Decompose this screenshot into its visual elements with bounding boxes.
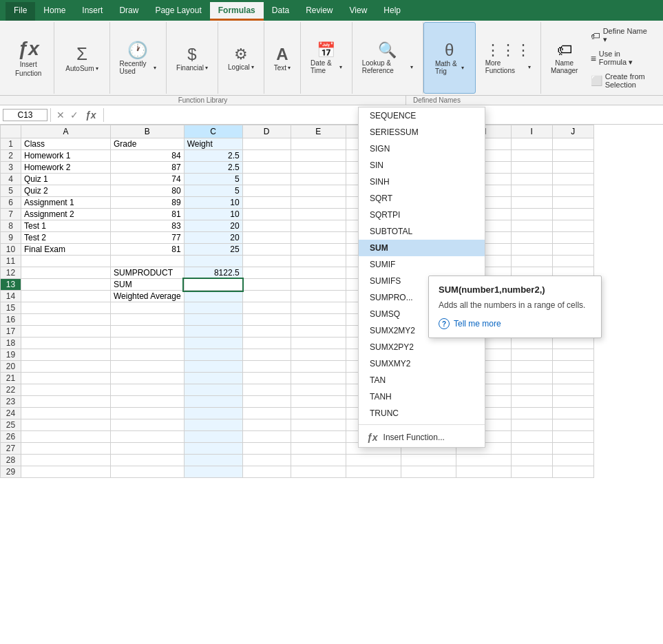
cell-C10[interactable]: 25	[184, 244, 242, 256]
cell-A15[interactable]	[21, 302, 111, 314]
cell-A17[interactable]	[21, 326, 111, 337]
cell-C26[interactable]	[184, 431, 242, 443]
cell-E4[interactable]	[291, 174, 346, 185]
row-number[interactable]: 4	[1, 174, 21, 185]
row-number[interactable]: 23	[1, 396, 21, 408]
cell-C24[interactable]	[184, 408, 242, 419]
row-number[interactable]: 22	[1, 384, 21, 396]
row-number[interactable]: 6	[1, 197, 21, 209]
tab-page-layout[interactable]: Page Layout	[147, 2, 209, 21]
cell-I3[interactable]	[511, 162, 552, 174]
cell-E5[interactable]	[291, 185, 346, 197]
cell-E27[interactable]	[291, 443, 346, 455]
cell-E8[interactable]	[291, 220, 346, 232]
cancel-icon[interactable]: ✕	[54, 110, 67, 121]
cell-C8[interactable]: 20	[184, 220, 242, 232]
dropdown-item[interactable]: TAN	[359, 372, 485, 388]
cell-A10[interactable]: Final Exam	[21, 244, 111, 256]
cell-A3[interactable]: Homework 2	[21, 162, 111, 174]
cell-I7[interactable]	[511, 209, 552, 220]
cell-C3[interactable]: 2.5	[184, 162, 242, 174]
cell-E3[interactable]	[291, 162, 346, 174]
cell-B27[interactable]	[111, 443, 185, 455]
dropdown-item[interactable]: SEQUENCE	[359, 107, 485, 124]
cell-I4[interactable]	[511, 174, 552, 185]
cell-J29[interactable]	[552, 466, 593, 478]
row-number[interactable]: 19	[1, 349, 21, 361]
cell-J5[interactable]	[552, 185, 593, 197]
row-number[interactable]: 2	[1, 150, 21, 162]
row-number[interactable]: 17	[1, 326, 21, 337]
dropdown-item[interactable]: SUMXMY2	[359, 355, 485, 372]
cell-E2[interactable]	[291, 150, 346, 162]
cell-I26[interactable]	[511, 431, 552, 443]
cell-A16[interactable]	[21, 314, 111, 326]
cell-A20[interactable]	[21, 361, 111, 373]
cell-A18[interactable]	[21, 337, 111, 349]
insert-function-menu-item[interactable]: ƒx Insert Function...	[359, 428, 485, 447]
cell-A27[interactable]	[21, 443, 111, 455]
cell-D27[interactable]	[242, 443, 291, 455]
cell-D9[interactable]	[242, 232, 291, 244]
tab-file[interactable]: File	[6, 2, 35, 21]
cell-J10[interactable]	[552, 244, 593, 256]
cell-C2[interactable]: 2.5	[184, 150, 242, 162]
cell-B20[interactable]	[111, 361, 185, 373]
cell-J3[interactable]	[552, 162, 593, 174]
cell-C28[interactable]	[184, 455, 242, 466]
cell-C29[interactable]	[184, 466, 242, 478]
cell-B15[interactable]	[111, 302, 185, 314]
cell-E1[interactable]	[291, 138, 346, 150]
cell-E16[interactable]	[291, 314, 346, 326]
cell-B19[interactable]	[111, 349, 185, 361]
row-number[interactable]: 18	[1, 337, 21, 349]
cell-I20[interactable]	[511, 361, 552, 373]
tab-formulas[interactable]: Formulas	[210, 2, 264, 21]
cell-E18[interactable]	[291, 337, 346, 349]
cell-I11[interactable]	[511, 256, 552, 267]
confirm-icon[interactable]: ✓	[67, 110, 81, 121]
tab-insert[interactable]: Insert	[74, 2, 111, 21]
cell-C22[interactable]	[184, 384, 242, 396]
cell-D2[interactable]	[242, 150, 291, 162]
cell-C23[interactable]	[184, 396, 242, 408]
cell-C18[interactable]	[184, 337, 242, 349]
cell-E23[interactable]	[291, 396, 346, 408]
tab-draw[interactable]: Draw	[111, 2, 147, 21]
cell-I28[interactable]	[511, 455, 552, 466]
cell-E6[interactable]	[291, 197, 346, 209]
cell-C6[interactable]: 10	[184, 197, 242, 209]
cell-E11[interactable]	[291, 256, 346, 267]
cell-I19[interactable]	[511, 349, 552, 361]
financial-button[interactable]: $ Financial ▾	[172, 23, 212, 92]
cell-J21[interactable]	[552, 373, 593, 384]
dropdown-item[interactable]: SQRTPI	[359, 207, 485, 223]
col-header-b[interactable]: B	[111, 125, 185, 138]
dropdown-item[interactable]: SUBTOTAL	[359, 223, 485, 240]
cell-D6[interactable]	[242, 197, 291, 209]
lookup-ref-button[interactable]: 🔍 Lookup & Reference ▾	[358, 23, 417, 92]
cell-D22[interactable]	[242, 384, 291, 396]
cell-C15[interactable]	[184, 302, 242, 314]
cell-J24[interactable]	[552, 408, 593, 419]
cell-D11[interactable]	[242, 256, 291, 267]
cell-I1[interactable]	[511, 138, 552, 150]
cell-D26[interactable]	[242, 431, 291, 443]
cell-A5[interactable]: Quiz 2	[21, 185, 111, 197]
cell-C9[interactable]: 20	[184, 232, 242, 244]
col-header-j[interactable]: J	[552, 125, 593, 138]
cell-C4[interactable]: 5	[184, 174, 242, 185]
cell-J19[interactable]	[552, 349, 593, 361]
cell-J8[interactable]	[552, 220, 593, 232]
cell-B11[interactable]	[111, 256, 185, 267]
tab-data[interactable]: Data	[264, 2, 297, 21]
col-header-c[interactable]: C	[184, 125, 242, 138]
dropdown-item[interactable]: SUMIF	[359, 256, 485, 273]
cell-C17[interactable]	[184, 326, 242, 337]
cell-E24[interactable]	[291, 408, 346, 419]
more-functions-button[interactable]: ⋮⋮⋮ More Functions ▾	[481, 23, 535, 92]
cell-D5[interactable]	[242, 185, 291, 197]
dropdown-item[interactable]: SERIESSUM	[359, 124, 485, 141]
cell-B8[interactable]: 83	[111, 220, 185, 232]
cell-E13[interactable]	[291, 279, 346, 291]
